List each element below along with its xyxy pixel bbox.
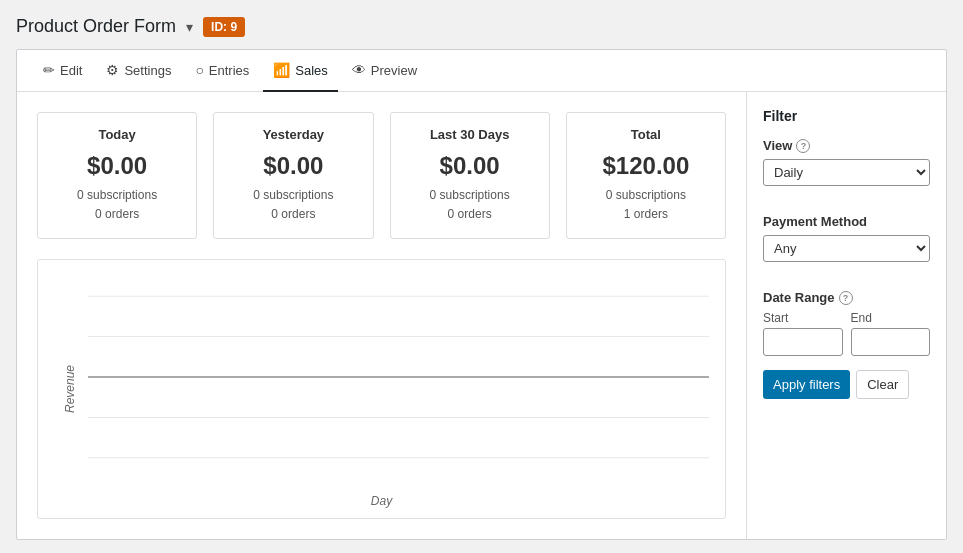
stat-amount-total: $120.00	[581, 152, 711, 180]
date-start-label: Start	[763, 311, 843, 325]
payment-select[interactable]: Any Credit Card PayPal	[763, 235, 930, 262]
chart-y-label: Revenue	[63, 365, 77, 413]
date-end-field: End	[851, 311, 931, 356]
filter-buttons: Apply filters Clear	[763, 370, 930, 399]
chevron-down-icon[interactable]: ▾	[186, 19, 193, 35]
main-card: ✏ Edit ⚙ Settings ○ Entries 📶 Sales 👁 Pr…	[16, 49, 947, 540]
date-end-label: End	[851, 311, 931, 325]
stat-card-total: Total $120.00 0 subscriptions 1 orders	[566, 112, 726, 239]
stat-label-yesterday: Yesterday	[228, 127, 358, 142]
date-start-input[interactable]	[763, 328, 843, 356]
stat-card-last30: Last 30 Days $0.00 0 subscriptions 0 ord…	[390, 112, 550, 239]
stat-amount-last30: $0.00	[405, 152, 535, 180]
chart-svg: 1.0 0.5 0.0 -0.5 -1.0	[88, 276, 709, 478]
sales-icon: 📶	[273, 62, 290, 78]
stat-label-total: Total	[581, 127, 711, 142]
stat-amount-today: $0.00	[52, 152, 182, 180]
filter-daterange-group: Date Range ? Start End	[763, 290, 930, 356]
main-content: Today $0.00 0 subscriptions 0 orders Yes…	[17, 92, 746, 539]
stat-sub-today: 0 subscriptions 0 orders	[52, 186, 182, 224]
clear-button[interactable]: Clear	[856, 370, 909, 399]
filter-view-group: View ? Daily Weekly Monthly	[763, 138, 930, 200]
header-bar: Product Order Form ▾ ID: 9	[16, 16, 947, 37]
entries-icon: ○	[195, 62, 203, 78]
filter-payment-group: Payment Method Any Credit Card PayPal	[763, 214, 930, 276]
view-select[interactable]: Daily Weekly Monthly	[763, 159, 930, 186]
chart-x-label: Day	[371, 494, 392, 508]
stat-sub-last30: 0 subscriptions 0 orders	[405, 186, 535, 224]
filter-daterange-label: Date Range ?	[763, 290, 930, 305]
tabs-bar: ✏ Edit ⚙ Settings ○ Entries 📶 Sales 👁 Pr…	[17, 50, 946, 92]
date-start-field: Start	[763, 311, 843, 356]
settings-icon: ⚙	[106, 62, 119, 78]
id-badge: ID: 9	[203, 17, 245, 37]
preview-icon: 👁	[352, 62, 366, 78]
apply-filters-button[interactable]: Apply filters	[763, 370, 850, 399]
filter-view-label: View ?	[763, 138, 930, 153]
page-wrapper: Product Order Form ▾ ID: 9 ✏ Edit ⚙ Sett…	[0, 0, 963, 553]
edit-icon: ✏	[43, 62, 55, 78]
tab-sales[interactable]: 📶 Sales	[263, 50, 338, 92]
stat-card-yesterday: Yesterday $0.00 0 subscriptions 0 orders	[213, 112, 373, 239]
content-area: Today $0.00 0 subscriptions 0 orders Yes…	[17, 92, 946, 539]
stat-label-last30: Last 30 Days	[405, 127, 535, 142]
view-help-icon[interactable]: ?	[796, 139, 810, 153]
stats-grid: Today $0.00 0 subscriptions 0 orders Yes…	[37, 112, 726, 239]
stat-label-today: Today	[52, 127, 182, 142]
stat-amount-yesterday: $0.00	[228, 152, 358, 180]
date-range-row: Start End	[763, 311, 930, 356]
stat-sub-yesterday: 0 subscriptions 0 orders	[228, 186, 358, 224]
tab-settings[interactable]: ⚙ Settings	[96, 50, 181, 92]
tab-edit[interactable]: ✏ Edit	[33, 50, 92, 92]
filter-title: Filter	[763, 108, 930, 124]
stat-sub-total: 0 subscriptions 1 orders	[581, 186, 711, 224]
chart-container: Revenue Day 1.0 0.5 0.0 -0.5	[37, 259, 726, 519]
tab-preview[interactable]: 👁 Preview	[342, 50, 427, 92]
sidebar-panel: Filter View ? Daily Weekly Monthly Payme…	[746, 92, 946, 539]
stat-card-today: Today $0.00 0 subscriptions 0 orders	[37, 112, 197, 239]
daterange-help-icon[interactable]: ?	[839, 291, 853, 305]
form-title: Product Order Form	[16, 16, 176, 37]
filter-payment-label: Payment Method	[763, 214, 930, 229]
date-end-input[interactable]	[851, 328, 931, 356]
tab-entries[interactable]: ○ Entries	[185, 50, 259, 92]
